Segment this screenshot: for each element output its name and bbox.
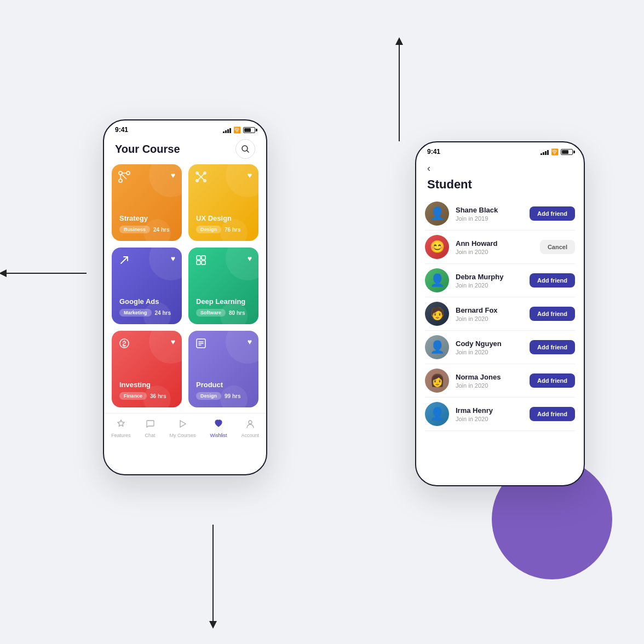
heart-icon-investing[interactable]: ♥ <box>171 337 175 346</box>
student-row-ann-howard: 😊 Ann Howard Join in 2020 Cancel <box>425 231 575 264</box>
wifi-icon: 🛜 <box>233 127 241 134</box>
nav-icon-wishlist <box>214 419 223 431</box>
nav-item-my-courses[interactable]: My Courses <box>169 419 196 438</box>
action-btn-bernard-fox[interactable]: Add friend <box>530 307 575 321</box>
card-icon-deep-learning <box>195 254 207 269</box>
nav-icon-chat <box>145 419 155 431</box>
student-join-debra-murphy: Join in 2020 <box>456 282 523 289</box>
student-join-cody-nguyen: Join in 2020 <box>456 349 523 355</box>
card-icon-strategy <box>118 171 130 186</box>
card-bg2 <box>220 219 248 241</box>
student-name-ann-howard: Ann Howard <box>456 239 533 248</box>
student-phone: 9:41 🛜 ‹ Student 👤 <box>415 141 585 486</box>
action-btn-norma-jones[interactable]: Add friend <box>530 373 575 388</box>
back-button[interactable]: ‹ <box>427 163 430 174</box>
svg-rect-16 <box>197 261 200 264</box>
card-bg2 <box>143 302 171 324</box>
svg-point-3 <box>127 171 130 175</box>
student-name-shane-black: Shane Black <box>456 206 523 214</box>
nav-icon-features <box>116 419 126 431</box>
student-join-irma-henry: Join in 2020 <box>456 416 523 422</box>
student-row-shane-black: 👤 Shane Black Join in 2019 Add friend <box>425 197 575 231</box>
battery-icon <box>243 127 255 133</box>
signal-icon-2 <box>540 149 549 155</box>
avatar-cody-nguyen: 👤 <box>425 335 449 359</box>
nav-label-features: Features <box>111 433 131 438</box>
action-btn-cody-nguyen[interactable]: Add friend <box>530 340 575 354</box>
course-title-investing: Investing <box>119 381 174 389</box>
heart-icon-strategy[interactable]: ♥ <box>171 171 175 180</box>
nav-item-features[interactable]: Features <box>111 419 131 438</box>
card-bg <box>226 331 258 364</box>
course-title-google-ads: Google Ads <box>119 297 174 306</box>
course-card-ux-design[interactable]: ♥ UX Design Design 76 hrs <box>188 164 258 241</box>
student-name-norma-jones: Norma Jones <box>456 373 523 381</box>
course-phone: 9:41 🛜 Your Course <box>103 119 267 475</box>
scene: 9:41 🛜 Your Course <box>48 76 596 568</box>
svg-line-7 <box>122 175 127 179</box>
status-bar-1: 9:41 🛜 <box>104 120 266 136</box>
course-card-product[interactable]: ♥ Product Design 99 hrs <box>188 331 258 407</box>
svg-point-2 <box>119 171 122 175</box>
wifi-icon-2: 🛜 <box>551 148 559 156</box>
status-bar-2: 9:41 🛜 <box>416 142 584 158</box>
student-row-cody-nguyen: 👤 Cody Nguyen Join in 2020 Add friend <box>425 331 575 364</box>
search-button[interactable] <box>235 139 255 159</box>
course-card-deep-learning[interactable]: ♥ Deep Learning Software 80 hrs <box>188 248 258 324</box>
nav-item-account[interactable]: Account <box>241 419 259 438</box>
course-tag-investing: Finance <box>119 392 147 400</box>
avatar-shane-black: 👤 <box>425 202 449 226</box>
nav-item-wishlist[interactable]: Wishlist <box>210 419 227 438</box>
student-name-cody-nguyen: Cody Nguyen <box>456 340 523 348</box>
heart-icon-google-ads[interactable]: ♥ <box>171 254 175 263</box>
nav-label-wishlist: Wishlist <box>210 433 227 438</box>
student-info-norma-jones: Norma Jones Join in 2020 <box>456 373 523 389</box>
action-btn-ann-howard[interactable]: Cancel <box>540 240 575 254</box>
card-bg <box>149 164 182 197</box>
nav-label-chat: Chat <box>145 433 155 438</box>
action-btn-irma-henry[interactable]: Add friend <box>530 407 575 421</box>
action-btn-shane-black[interactable]: Add friend <box>530 206 575 221</box>
student-info-bernard-fox: Bernard Fox Join in 2020 <box>456 306 523 322</box>
nav-item-chat[interactable]: Chat <box>145 419 155 438</box>
arrow-down-icon <box>212 525 214 623</box>
student-join-shane-black: Join in 2019 <box>456 215 523 222</box>
card-icon-google-ads <box>118 254 130 269</box>
card-bg2 <box>143 386 171 407</box>
card-bg <box>149 331 182 364</box>
svg-rect-15 <box>202 256 205 260</box>
svg-rect-14 <box>197 256 200 260</box>
student-join-norma-jones: Join in 2020 <box>456 382 523 389</box>
course-title-deep-learning: Deep Learning <box>196 297 251 306</box>
student-title: Student <box>427 177 573 192</box>
course-card-strategy[interactable]: ♥ Strategy Business 24 hrs <box>112 164 182 241</box>
action-btn-debra-murphy[interactable]: Add friend <box>530 273 575 288</box>
arrow-up-icon <box>399 43 400 141</box>
card-bg <box>226 248 258 280</box>
heart-icon-deep-learning[interactable]: ♥ <box>248 254 252 263</box>
status-icons-1: 🛜 <box>223 127 255 134</box>
card-icon-investing <box>118 337 130 352</box>
avatar-norma-jones: 👩 <box>425 369 449 393</box>
student-list: 👤 Shane Black Join in 2019 Add friend 😊 … <box>416 197 584 431</box>
student-join-ann-howard: Join in 2020 <box>456 249 533 255</box>
student-row-irma-henry: 👤 Irma Henry Join in 2020 Add friend <box>425 398 575 431</box>
course-card-investing[interactable]: ♥ Investing Finance 36 hrs <box>112 331 182 407</box>
student-header: ‹ Student <box>416 158 584 197</box>
status-time-2: 9:41 <box>427 148 440 156</box>
heart-icon-product[interactable]: ♥ <box>248 337 252 346</box>
course-title-ux-design: UX Design <box>196 214 251 222</box>
avatar-ann-howard: 😊 <box>425 235 449 259</box>
student-info-cody-nguyen: Cody Nguyen Join in 2020 <box>456 340 523 355</box>
course-tag-product: Design <box>196 392 221 400</box>
course-header: Your Course <box>104 136 266 164</box>
heart-icon-ux-design[interactable]: ♥ <box>248 171 252 180</box>
status-icons-2: 🛜 <box>540 148 573 156</box>
card-bg <box>226 164 258 197</box>
student-row-debra-murphy: 👤 Debra Murphy Join in 2020 Add friend <box>425 264 575 297</box>
student-info-debra-murphy: Debra Murphy Join in 2020 <box>456 273 523 289</box>
course-card-google-ads[interactable]: ♥ Google Ads Marketing 24 hrs <box>112 248 182 324</box>
card-bg2 <box>143 219 171 241</box>
student-name-irma-henry: Irma Henry <box>456 406 523 415</box>
avatar-bernard-fox: 🧑 <box>425 302 449 326</box>
